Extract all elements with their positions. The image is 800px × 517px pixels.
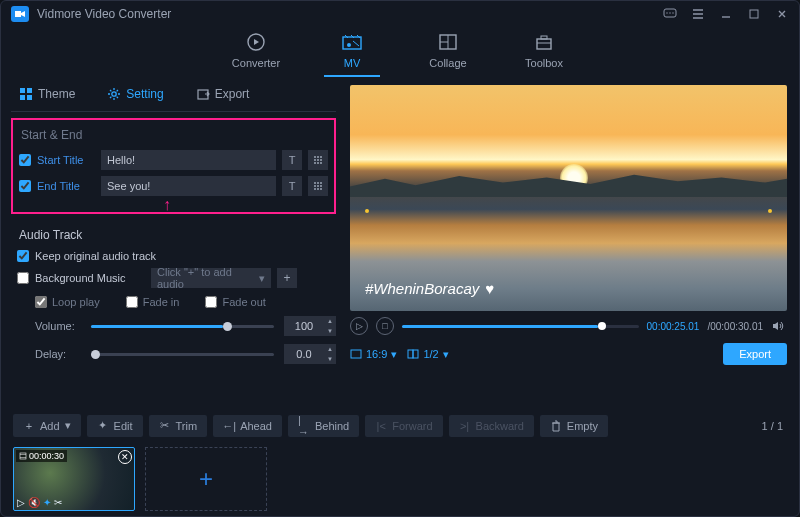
loop-checkbox[interactable] [35,296,47,308]
text-style-button[interactable]: T [282,150,302,170]
clip-thumbnail[interactable]: 00:00:30 ✕ ▷ 🔇 ✦ ✂ [13,447,135,511]
chevron-down-icon: ▾ [443,348,449,361]
mode-converter[interactable]: Converter [228,31,284,77]
svg-point-30 [317,185,319,187]
svg-rect-13 [20,95,25,100]
forward-button[interactable]: |<Forward [365,415,442,437]
svg-rect-38 [20,453,26,459]
background-checkbox[interactable] [17,272,29,284]
volume-slider[interactable] [91,325,274,328]
left-panel: Theme Setting Export Start & End Start T… [1,77,346,404]
start-title-input[interactable] [101,150,276,170]
mode-label: Collage [429,57,466,69]
add-audio-button[interactable]: + [277,268,297,288]
tab-setting[interactable]: Setting [99,83,171,105]
clip-duration: 00:00:30 [16,450,67,462]
play-icon[interactable]: ▷ [17,497,25,508]
ahead-icon: ←| [223,420,235,432]
volume-icon[interactable] [771,319,787,333]
chevron-down-icon: ▾ [259,272,265,285]
spin-up-icon[interactable]: ▲ [324,344,336,354]
tab-export[interactable]: Export [188,83,258,105]
keep-original-checkbox[interactable] [17,250,29,262]
behind-button[interactable]: |→Behind [288,415,359,437]
export-button[interactable]: Export [723,343,787,365]
svg-point-28 [320,182,322,184]
start-title-checkbox[interactable] [19,154,31,166]
fadeout-checkbox[interactable] [205,296,217,308]
feedback-icon[interactable] [663,7,677,21]
add-button[interactable]: +Add▾ [13,414,81,437]
edit-button[interactable]: ✦Edit [87,415,143,437]
mode-toolbox[interactable]: Toolbox [516,31,572,77]
grid-button[interactable] [308,176,328,196]
trim-icon[interactable]: ✂ [54,497,62,508]
grid-button[interactable] [308,150,328,170]
svg-point-25 [320,162,322,164]
ahead-button[interactable]: ←|Ahead [213,415,282,437]
wand-icon: ✦ [97,420,109,432]
section-title: Audio Track [19,228,336,242]
forward-icon: |< [375,420,387,432]
add-clip-slot[interactable]: + [145,447,267,511]
tab-theme[interactable]: Theme [11,83,83,105]
svg-point-33 [317,188,319,190]
effects-icon[interactable]: ✦ [43,497,51,508]
tab-label: Setting [126,87,163,101]
progress-slider[interactable] [402,325,639,328]
svg-point-23 [314,162,316,164]
svg-point-34 [320,188,322,190]
plus-icon: + [23,420,35,432]
video-preview[interactable]: #WheninBoracay ♥ [350,85,787,311]
zoom-dropdown[interactable]: 1/2 ▾ [407,348,448,361]
stop-button[interactable]: □ [376,317,394,335]
mode-mv[interactable]: MV [324,31,380,77]
end-title-checkbox[interactable] [19,180,31,192]
transport-bar: ▷ □ 00:00:25.01/00:00:30.01 [350,317,787,335]
menu-icon[interactable] [691,7,705,21]
svg-rect-11 [20,88,25,93]
svg-point-29 [314,185,316,187]
end-title-row: End Title T [19,176,328,196]
background-label: Background Music [35,272,145,284]
close-icon[interactable] [775,7,789,21]
delay-value: 0.0 [284,348,324,360]
backward-button[interactable]: >|Backward [449,415,534,437]
audio-section: Audio Track Keep original audio track Ba… [11,228,336,364]
mute-icon[interactable]: 🔇 [28,497,40,508]
tab-label: Theme [38,87,75,101]
delay-slider[interactable] [91,353,274,356]
end-title-input[interactable] [101,176,276,196]
svg-rect-10 [541,36,547,39]
loop-label: Loop play [52,296,100,308]
trim-button[interactable]: ✂Trim [149,415,208,437]
marker-dot [365,209,369,213]
spin-down-icon[interactable]: ▼ [324,326,336,336]
audio-dropdown[interactable]: Click "+" to add audio ▾ [151,268,271,288]
svg-point-15 [112,92,116,96]
app-title: Vidmore Video Converter [37,7,663,21]
heart-icon: ♥ [485,280,494,297]
svg-rect-4 [750,10,758,18]
mode-collage[interactable]: Collage [420,31,476,77]
svg-rect-6 [343,37,361,49]
tab-label: Export [215,87,250,101]
text-style-button[interactable]: T [282,176,302,196]
spin-down-icon[interactable]: ▼ [324,354,336,364]
mode-label: Toolbox [525,57,563,69]
svg-point-27 [317,182,319,184]
spin-up-icon[interactable]: ▲ [324,316,336,326]
page-indicator: 1 / 1 [762,420,783,432]
play-button[interactable]: ▷ [350,317,368,335]
empty-button[interactable]: Empty [540,415,608,437]
maximize-icon[interactable] [747,7,761,21]
clip-remove-button[interactable]: ✕ [118,450,132,464]
delay-spinner[interactable]: 0.0 ▲▼ [284,344,336,364]
aspect-dropdown[interactable]: 16:9 ▾ [350,348,397,361]
svg-point-21 [317,159,319,161]
fadein-checkbox[interactable] [126,296,138,308]
minimize-icon[interactable] [719,7,733,21]
volume-spinner[interactable]: 100 ▲▼ [284,316,336,336]
svg-point-1 [666,12,667,13]
annotation-arrow-icon: ↑ [163,196,171,214]
